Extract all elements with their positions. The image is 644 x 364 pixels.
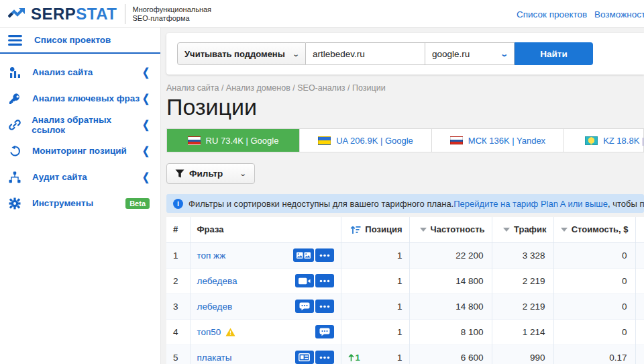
row-index: 1 [166, 242, 190, 268]
tab-region-1[interactable]: UA 206.9K | Google [299, 129, 431, 152]
phrase-link[interactable]: плакаты [197, 353, 232, 363]
sort-icon[interactable] [503, 228, 510, 232]
phrase-cell: топ50 [190, 319, 341, 345]
info-icon: i [173, 199, 183, 209]
sidebar-item-1[interactable]: Анализ ключевых фраз❮ [0, 85, 160, 111]
sidebar-item-label: Анализ сайта [32, 67, 93, 77]
tab-region-2[interactable]: МСК 136K | Yandex [431, 129, 564, 152]
brand-text: SERPSTAT [31, 5, 117, 24]
upgrade-plan-link[interactable]: Перейдите на тариф Plan A или выше [453, 199, 608, 209]
flag-ru-icon [450, 136, 463, 145]
position-value: 1 [397, 327, 402, 337]
nav-link-features[interactable]: Возможности [594, 9, 644, 19]
sidebar-item-label: Мониторинг позиций [32, 146, 127, 156]
sort-icon[interactable] [420, 228, 427, 232]
column-header-cut [635, 217, 644, 242]
beta-badge: Beta [125, 198, 150, 209]
table-row-3: 3лебедев114 8002 2190 [166, 293, 644, 319]
sidebar-projects-label[interactable]: Список проектов [34, 35, 111, 45]
search-engine-dropdown[interactable]: google.ru ⌄ [425, 42, 515, 65]
row-index: 4 [166, 319, 190, 345]
subdomain-dropdown[interactable]: Учитывать поддомены ⌄ [177, 42, 306, 65]
backlink-icon [8, 119, 21, 131]
phrase-cell: плакаты [190, 345, 341, 364]
cost-value: 0 [553, 293, 635, 319]
breadcrumb-item-3[interactable]: Позиции [352, 83, 386, 93]
column-header-position[interactable]: Позиция [341, 217, 409, 242]
warning-icon[interactable] [225, 328, 235, 336]
filter-button[interactable]: Фильтр ⌄ [166, 163, 255, 184]
breadcrumb: Анализ сайта / Анализ доменов / SEO-анал… [166, 83, 644, 93]
table-row-5: 5плакаты116 6009900.17 [166, 345, 644, 364]
breadcrumb-item-0[interactable]: Анализ сайта [166, 83, 219, 93]
phrase-link[interactable]: топ50 [197, 327, 221, 337]
chevron-left-icon[interactable]: ❮ [142, 92, 150, 105]
cut-cell [635, 242, 644, 268]
row-index: 2 [166, 268, 190, 293]
nav-link-projects[interactable]: Список проектов [517, 9, 587, 19]
frequency-value: 6 600 [409, 345, 492, 364]
cost-value: 0.17 [553, 345, 635, 364]
funnel-icon [175, 169, 184, 178]
flag-kz-icon [585, 136, 598, 145]
tab-label: RU 73.4K | Google [206, 136, 279, 146]
images-badge-icon[interactable] [293, 248, 314, 262]
sidebar-item-5[interactable]: ИнструментыBeta [0, 190, 160, 216]
dots-menu-icon[interactable] [315, 274, 334, 287]
dots-menu-icon[interactable] [315, 351, 334, 364]
sidebar-item-3[interactable]: Мониторинг позиций❮ [0, 138, 160, 164]
video-badge-icon[interactable] [295, 274, 314, 287]
traffic-value: 1 214 [492, 319, 553, 345]
sidebar-item-4[interactable]: Аудит сайта❮ [0, 164, 160, 190]
phrase-cell: лебедева [190, 268, 341, 293]
position-cell: 1 [341, 268, 409, 293]
comments-badge-icon[interactable] [295, 300, 314, 313]
row-index: 3 [166, 293, 190, 319]
domain-search-input[interactable] [306, 42, 425, 65]
sidebar-item-label: Инструменты [32, 198, 93, 208]
phrase-link[interactable]: лебедев [197, 302, 233, 312]
tab-region-0[interactable]: RU 73.4K | Google [167, 129, 299, 152]
comments-badge-icon[interactable] [315, 325, 334, 338]
chevron-left-icon[interactable]: ❮ [142, 171, 150, 183]
sidebar-item-0[interactable]: Анализ сайта❮ [0, 59, 160, 85]
plan-limit-banner: i Фильтры и сортировки недоступны для ва… [166, 194, 644, 213]
column-header-traffic[interactable]: Трафик [492, 217, 553, 242]
sidebar-item-label: Анализ ключевых фраз [32, 93, 140, 103]
table-row-4: 4топ5018 1001 2140 [166, 319, 644, 345]
serp-feature-badges [295, 300, 334, 313]
column-header-cost[interactable]: Стоимость, $ [553, 217, 635, 242]
sort-icon[interactable] [561, 228, 568, 232]
position-cell: 1 [341, 242, 409, 268]
flag-ua-icon [318, 136, 331, 145]
phrase-link[interactable]: лебедева [197, 276, 237, 286]
phrase-link[interactable]: топ жж [197, 251, 226, 261]
hamburger-menu-icon[interactable] [8, 35, 23, 46]
sidebar-projects-row[interactable]: Список проектов [0, 28, 160, 52]
frequency-value: 14 800 [409, 293, 492, 319]
chevron-left-icon[interactable]: ❮ [142, 144, 150, 157]
serp-feature-badges [295, 351, 334, 364]
frequency-value: 8 100 [409, 319, 492, 345]
knowledge-card-badge-icon[interactable] [295, 351, 314, 364]
phrase-cell: топ жж [190, 242, 341, 268]
cut-cell [635, 345, 644, 364]
table-header-row: # Фраза Позиция [166, 217, 644, 242]
dots-menu-icon[interactable] [315, 248, 334, 262]
serp-feature-badges [295, 274, 334, 287]
column-header-phrase: Фраза [190, 217, 341, 242]
tab-label: KZ 18.8K | Google [603, 136, 644, 146]
main-content: Учитывать поддомены ⌄ google.ru ⌄ Найти … [161, 28, 644, 364]
flag-ru-icon [188, 136, 201, 145]
dots-menu-icon[interactable] [315, 300, 334, 313]
logo[interactable]: SERPSTAT Многофункциональная SEO-платфор… [8, 4, 211, 24]
breadcrumb-item-1[interactable]: Анализ доменов [226, 83, 290, 93]
chevron-left-icon[interactable]: ❮ [142, 66, 150, 79]
sidebar-item-2[interactable]: Анализ обратных ссылок❮ [0, 111, 160, 138]
chevron-left-icon[interactable]: ❮ [142, 118, 150, 131]
breadcrumb-item-2[interactable]: SEO-анализ [297, 83, 345, 93]
column-header-frequency[interactable]: Частотность [409, 217, 492, 242]
site-analysis-icon [8, 66, 21, 79]
tab-region-3[interactable]: KZ 18.8K | Google [564, 129, 644, 152]
search-button[interactable]: Найти [515, 42, 593, 65]
